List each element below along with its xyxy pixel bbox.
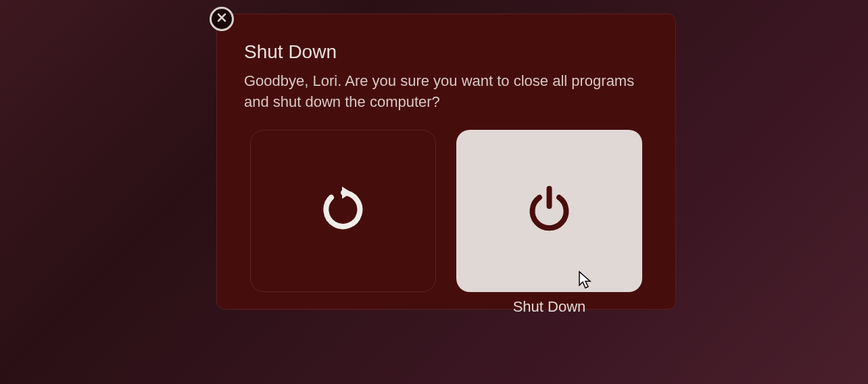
close-icon bbox=[216, 12, 227, 26]
restart-button[interactable] bbox=[250, 130, 436, 292]
mouse-cursor bbox=[578, 270, 593, 293]
dialog-title: Shut Down bbox=[244, 41, 648, 63]
shutdown-button[interactable]: Shut Down bbox=[456, 130, 642, 292]
shutdown-button-label: Shut Down bbox=[456, 298, 642, 316]
shutdown-dialog: Shut Down Goodbye, Lori. Are you sure yo… bbox=[216, 14, 676, 310]
close-button[interactable] bbox=[210, 7, 234, 31]
action-buttons-row: Shut Down bbox=[244, 130, 648, 292]
power-icon bbox=[521, 181, 578, 241]
restart-icon bbox=[316, 183, 370, 239]
dialog-message: Goodbye, Lori. Are you sure you want to … bbox=[244, 71, 648, 113]
shutdown-dialog-container: Shut Down Goodbye, Lori. Are you sure yo… bbox=[216, 14, 676, 310]
